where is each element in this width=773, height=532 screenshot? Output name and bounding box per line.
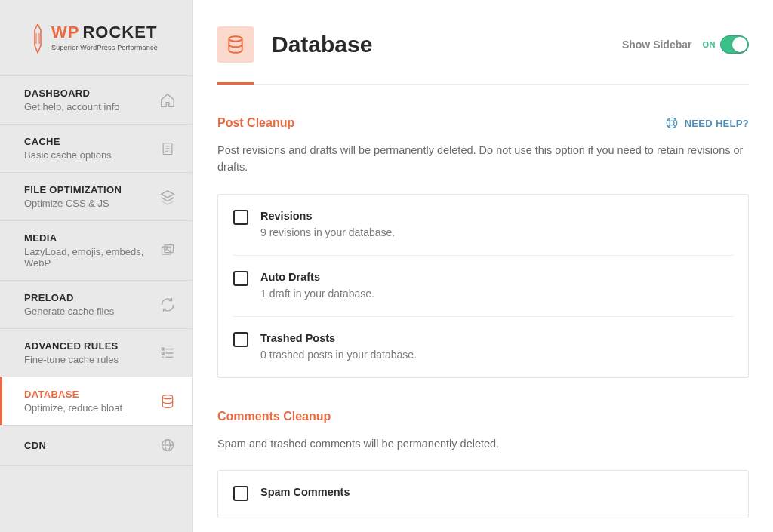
nav-sub: Optimize, reduce bloat (24, 402, 159, 414)
layers-icon (159, 189, 176, 205)
option-trashed-posts[interactable]: Trashed Posts 0 trashed posts in your da… (233, 317, 733, 377)
option-label: Revisions (260, 210, 733, 222)
page-header: Database Show Sidebar ON (217, 26, 749, 85)
option-sub: 0 trashed posts in your database. (260, 349, 733, 361)
section-desc: Post revisions and drafts will be perman… (217, 142, 749, 176)
svg-line-20 (667, 119, 670, 121)
refresh-icon (159, 297, 176, 313)
svg-line-21 (673, 125, 676, 127)
option-label: Trashed Posts (260, 332, 733, 344)
section-comments-cleanup: Comments Cleanup Spam and trashed commen… (217, 410, 749, 518)
need-help-link[interactable]: NEED HELP? (665, 116, 749, 130)
globe-icon (159, 437, 176, 454)
options-box: Revisions 9 revisions in your database. … (217, 194, 749, 378)
sidebar-item-media[interactable]: MEDIA LazyLoad, emojis, embeds, WebP (0, 220, 192, 280)
show-sidebar-label: Show Sidebar (622, 38, 692, 51)
nav-title: ADVANCED RULES (24, 340, 159, 352)
nav-sub: Get help, account info (24, 101, 159, 112)
option-sub: 9 revisions in your database. (260, 226, 733, 238)
logo: WPROCKET Superior WordPress Performance (0, 0, 192, 75)
svg-rect-7 (162, 348, 165, 350)
option-label: Spam Comments (260, 486, 733, 498)
tab-indicator (217, 82, 254, 85)
checkbox[interactable] (233, 210, 248, 225)
logo-rocket-text: ROCKET (82, 23, 157, 42)
need-help-label: NEED HELP? (685, 118, 749, 129)
sidebar-item-advanced-rules[interactable]: ADVANCED RULES Fine-tune cache rules (0, 328, 192, 377)
database-icon (217, 26, 254, 63)
option-label: Auto Drafts (260, 271, 733, 283)
svg-rect-9 (162, 352, 165, 354)
rocket-icon (29, 23, 47, 57)
images-icon (159, 242, 176, 259)
nav-sub: Basic cache options (24, 149, 159, 161)
page-title: Database (272, 32, 372, 57)
nav-title: MEDIA (24, 232, 159, 244)
nav-title: CDN (24, 440, 159, 451)
option-revisions[interactable]: Revisions 9 revisions in your database. (233, 195, 733, 256)
checkbox[interactable] (233, 332, 248, 347)
logo-wp-text: WP (51, 23, 79, 42)
svg-line-22 (673, 119, 676, 121)
nav-title: DATABASE (24, 389, 159, 400)
show-sidebar-toggle[interactable]: ON (703, 35, 750, 54)
nav-title: CACHE (24, 136, 159, 147)
toggle-state-text: ON (703, 40, 716, 49)
document-icon (159, 140, 176, 157)
logo-tagline: Superior WordPress Performance (51, 44, 158, 51)
nav-sub: LazyLoad, emojis, embeds, WebP (24, 246, 159, 269)
svg-point-19 (670, 121, 674, 125)
nav-sub: Fine-tune cache rules (24, 354, 159, 365)
sidebar-item-database[interactable]: DATABASE Optimize, reduce bloat (0, 377, 192, 425)
checkbox[interactable] (233, 271, 248, 286)
section-post-cleanup: Post Cleanup NEED HELP? Post revisions a… (217, 116, 749, 378)
nav-sub: Generate cache files (24, 306, 159, 317)
sidebar-item-file-optimization[interactable]: FILE OPTIMIZATION Optimize CSS & JS (0, 172, 192, 220)
option-auto-drafts[interactable]: Auto Drafts 1 draft in your database. (233, 256, 733, 317)
section-title: Comments Cleanup (217, 410, 331, 423)
nav-title: PRELOAD (24, 292, 159, 303)
main-content: Database Show Sidebar ON Post Cleanup NE… (193, 0, 773, 532)
nav: DASHBOARD Get help, account info CACHE B… (0, 75, 192, 466)
sidebar-item-dashboard[interactable]: DASHBOARD Get help, account info (0, 75, 192, 124)
options-box: Spam Comments (217, 470, 749, 518)
svg-rect-5 (165, 245, 174, 253)
sidebar-item-cdn[interactable]: CDN (0, 425, 192, 466)
toggle-switch (720, 35, 749, 54)
option-sub: 1 draft in your database. (260, 288, 733, 300)
sidebar-item-preload[interactable]: PRELOAD Generate cache files (0, 280, 192, 328)
section-title: Post Cleanup (217, 116, 294, 130)
svg-point-17 (229, 36, 242, 42)
svg-line-23 (667, 125, 670, 127)
database-icon (159, 393, 176, 410)
sidebar: WPROCKET Superior WordPress Performance … (0, 0, 193, 532)
checkbox[interactable] (233, 486, 248, 501)
section-desc: Spam and trashed comments will be perman… (217, 435, 749, 452)
sidebar-item-cache[interactable]: CACHE Basic cache options (0, 124, 192, 172)
option-spam-comments[interactable]: Spam Comments (233, 471, 733, 518)
nav-title: DASHBOARD (24, 88, 159, 99)
svg-point-13 (162, 395, 172, 398)
home-icon (159, 92, 176, 109)
lifebuoy-icon (665, 116, 679, 130)
nav-title: FILE OPTIMIZATION (24, 184, 159, 195)
nav-sub: Optimize CSS & JS (24, 198, 159, 209)
list-icon (159, 345, 176, 361)
